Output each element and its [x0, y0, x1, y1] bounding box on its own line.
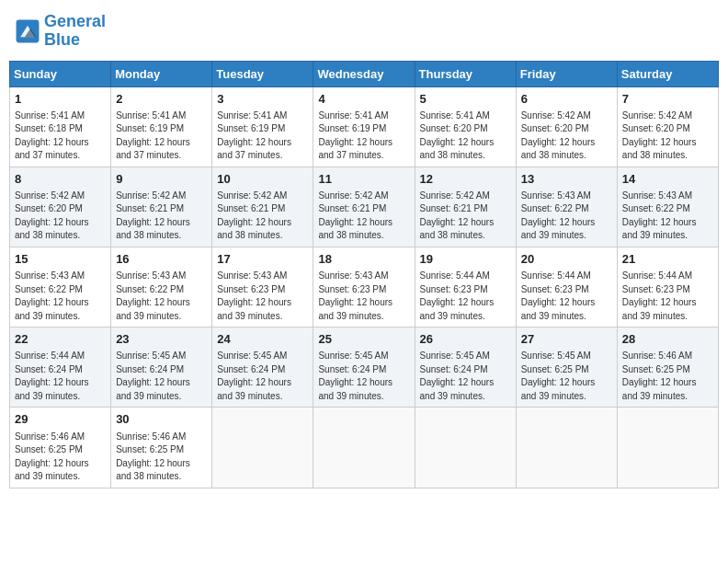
cell-content: Sunrise: 5:42 AM Sunset: 6:21 PM Dayligh…	[217, 190, 308, 243]
sunset-label: Sunset: 6:20 PM	[420, 123, 488, 133]
calendar-day-cell: 27 Sunrise: 5:45 AM Sunset: 6:25 PM Dayl…	[516, 327, 617, 408]
sunrise-label: Sunrise: 5:41 AM	[15, 110, 85, 121]
sunset-label: Sunset: 6:22 PM	[15, 284, 83, 294]
day-number: 18	[318, 251, 409, 268]
day-number: 28	[622, 331, 713, 348]
calendar-table: SundayMondayTuesdayWednesdayThursdayFrid…	[9, 61, 719, 488]
calendar-day-cell: 30 Sunrise: 5:46 AM Sunset: 6:25 PM Dayl…	[111, 408, 212, 488]
cell-content: Sunrise: 5:43 AM Sunset: 6:22 PM Dayligh…	[116, 270, 207, 323]
daylight-label: Daylight: 12 hours and 37 minutes.	[116, 137, 190, 161]
sunrise-label: Sunrise: 5:46 AM	[622, 350, 692, 361]
cell-content: Sunrise: 5:44 AM Sunset: 6:23 PM Dayligh…	[622, 270, 713, 323]
cell-content: Sunrise: 5:44 AM Sunset: 6:24 PM Dayligh…	[15, 350, 106, 403]
day-number: 24	[217, 331, 308, 348]
calendar-day-cell: 6 Sunrise: 5:42 AM Sunset: 6:20 PM Dayli…	[516, 86, 617, 167]
daylight-label: Daylight: 12 hours and 39 minutes.	[217, 297, 291, 321]
sunset-label: Sunset: 6:25 PM	[15, 444, 83, 454]
calendar-day-cell	[313, 408, 415, 488]
sunrise-label: Sunrise: 5:43 AM	[622, 190, 692, 201]
calendar-day-cell: 29 Sunrise: 5:46 AM Sunset: 6:25 PM Dayl…	[10, 408, 111, 488]
logo-text: General Blue	[44, 13, 106, 50]
calendar-day-cell: 28 Sunrise: 5:46 AM Sunset: 6:25 PM Dayl…	[617, 327, 718, 408]
day-number: 13	[521, 171, 612, 188]
calendar-day-cell: 11 Sunrise: 5:42 AM Sunset: 6:21 PM Dayl…	[313, 167, 415, 247]
calendar-week-row: 15 Sunrise: 5:43 AM Sunset: 6:22 PM Dayl…	[10, 247, 719, 327]
sunset-label: Sunset: 6:20 PM	[15, 203, 83, 213]
calendar-week-row: 1 Sunrise: 5:41 AM Sunset: 6:18 PM Dayli…	[10, 86, 719, 167]
calendar-day-cell: 23 Sunrise: 5:45 AM Sunset: 6:24 PM Dayl…	[111, 327, 212, 408]
sunset-label: Sunset: 6:21 PM	[420, 203, 488, 213]
day-number: 30	[116, 411, 207, 428]
daylight-label: Daylight: 12 hours and 37 minutes.	[318, 137, 392, 161]
daylight-label: Daylight: 12 hours and 37 minutes.	[217, 137, 291, 161]
daylight-label: Daylight: 12 hours and 39 minutes.	[622, 217, 697, 241]
sunset-label: Sunset: 6:19 PM	[116, 123, 184, 133]
sunrise-label: Sunrise: 5:45 AM	[116, 350, 186, 361]
sunset-label: Sunset: 6:21 PM	[217, 203, 285, 213]
calendar-day-cell: 3 Sunrise: 5:41 AM Sunset: 6:19 PM Dayli…	[212, 86, 313, 167]
sunrise-label: Sunrise: 5:43 AM	[521, 190, 591, 201]
sunset-label: Sunset: 6:18 PM	[15, 123, 83, 133]
daylight-label: Daylight: 12 hours and 38 minutes.	[116, 217, 190, 241]
calendar-day-cell: 4 Sunrise: 5:41 AM Sunset: 6:19 PM Dayli…	[313, 86, 415, 167]
header: General Blue	[9, 9, 719, 53]
daylight-label: Daylight: 12 hours and 39 minutes.	[116, 297, 190, 321]
cell-content: Sunrise: 5:45 AM Sunset: 6:24 PM Dayligh…	[217, 350, 308, 403]
sunrise-label: Sunrise: 5:45 AM	[420, 350, 490, 361]
daylight-label: Daylight: 12 hours and 39 minutes.	[116, 377, 190, 401]
sunrise-label: Sunrise: 5:44 AM	[420, 270, 490, 281]
calendar-day-cell: 14 Sunrise: 5:43 AM Sunset: 6:22 PM Dayl…	[617, 167, 718, 247]
day-number: 26	[420, 331, 511, 348]
sunrise-label: Sunrise: 5:42 AM	[521, 110, 591, 121]
cell-content: Sunrise: 5:41 AM Sunset: 6:19 PM Dayligh…	[318, 109, 409, 163]
calendar-header-row: SundayMondayTuesdayWednesdayThursdayFrid…	[10, 61, 719, 86]
daylight-label: Daylight: 12 hours and 39 minutes.	[318, 297, 392, 321]
day-number: 16	[116, 251, 207, 268]
sunrise-label: Sunrise: 5:42 AM	[622, 110, 692, 121]
calendar-day-cell: 22 Sunrise: 5:44 AM Sunset: 6:24 PM Dayl…	[10, 327, 111, 408]
calendar-week-row: 22 Sunrise: 5:44 AM Sunset: 6:24 PM Dayl…	[10, 327, 719, 408]
day-number: 15	[15, 251, 106, 268]
calendar-day-cell: 25 Sunrise: 5:45 AM Sunset: 6:24 PM Dayl…	[313, 327, 415, 408]
day-number: 19	[420, 251, 511, 268]
daylight-label: Daylight: 12 hours and 38 minutes.	[217, 217, 291, 241]
cell-content: Sunrise: 5:45 AM Sunset: 6:24 PM Dayligh…	[116, 350, 207, 403]
cell-content: Sunrise: 5:41 AM Sunset: 6:18 PM Dayligh…	[15, 109, 106, 163]
calendar-day-cell: 7 Sunrise: 5:42 AM Sunset: 6:20 PM Dayli…	[617, 86, 718, 167]
daylight-label: Daylight: 12 hours and 39 minutes.	[622, 297, 697, 321]
sunset-label: Sunset: 6:23 PM	[622, 284, 690, 294]
daylight-label: Daylight: 12 hours and 38 minutes.	[420, 217, 495, 241]
day-number: 8	[15, 171, 106, 188]
daylight-label: Daylight: 12 hours and 39 minutes.	[318, 377, 392, 401]
day-number: 3	[217, 91, 308, 108]
daylight-label: Daylight: 12 hours and 39 minutes.	[521, 297, 596, 321]
sunset-label: Sunset: 6:22 PM	[521, 203, 589, 213]
cell-content: Sunrise: 5:45 AM Sunset: 6:25 PM Dayligh…	[521, 350, 612, 403]
sunset-label: Sunset: 6:24 PM	[318, 364, 386, 374]
day-number: 6	[521, 91, 612, 108]
day-of-week-header: Monday	[111, 61, 212, 86]
day-number: 29	[15, 411, 106, 428]
sunset-label: Sunset: 6:23 PM	[217, 284, 285, 294]
logo-icon	[15, 18, 40, 44]
calendar-day-cell: 17 Sunrise: 5:43 AM Sunset: 6:23 PM Dayl…	[212, 247, 313, 327]
sunrise-label: Sunrise: 5:42 AM	[116, 190, 186, 201]
daylight-label: Daylight: 12 hours and 39 minutes.	[15, 377, 89, 401]
calendar-day-cell	[415, 408, 516, 488]
daylight-label: Daylight: 12 hours and 39 minutes.	[521, 217, 596, 241]
calendar-day-cell: 8 Sunrise: 5:42 AM Sunset: 6:20 PM Dayli…	[10, 167, 111, 247]
day-number: 21	[622, 251, 713, 268]
calendar-day-cell: 19 Sunrise: 5:44 AM Sunset: 6:23 PM Dayl…	[415, 247, 516, 327]
day-of-week-header: Saturday	[617, 61, 718, 86]
sunrise-label: Sunrise: 5:42 AM	[217, 190, 287, 201]
calendar-day-cell	[212, 408, 313, 488]
day-number: 4	[318, 91, 409, 108]
cell-content: Sunrise: 5:46 AM Sunset: 6:25 PM Dayligh…	[622, 350, 713, 403]
daylight-label: Daylight: 12 hours and 38 minutes.	[622, 137, 697, 161]
sunrise-label: Sunrise: 5:44 AM	[15, 350, 85, 361]
daylight-label: Daylight: 12 hours and 39 minutes.	[622, 377, 697, 401]
sunrise-label: Sunrise: 5:42 AM	[15, 190, 85, 201]
sunrise-label: Sunrise: 5:46 AM	[116, 431, 186, 442]
cell-content: Sunrise: 5:42 AM Sunset: 6:21 PM Dayligh…	[318, 190, 409, 243]
sunrise-label: Sunrise: 5:43 AM	[15, 270, 85, 281]
